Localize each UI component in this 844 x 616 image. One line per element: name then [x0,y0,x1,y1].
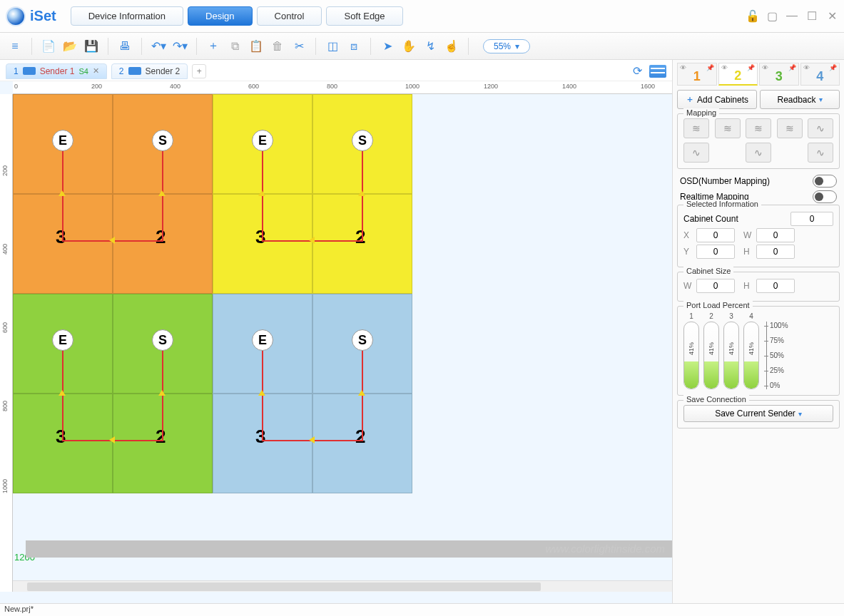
redo-icon[interactable]: ↷▾ [171,37,189,56]
screen-icon[interactable]: ▢ [766,9,778,23]
mapping-pattern-6[interactable]: ∿ [683,143,709,163]
h-value[interactable]: 0 [756,245,795,259]
cabinet-number: 3 [255,226,265,248]
toolbar: ≡ 📄 📂 💾 🖶 ↶▾ ↷▾ ＋ ⧉ 📋 🗑 ✂ ◫ ⧈ ➤ ✋ ↯ ☝ 55… [0,33,844,60]
close-tab-icon[interactable]: ✕ [93,66,99,76]
status-bar: New.prj* [0,603,844,616]
cabinet-number: 2 [355,226,365,248]
port-4[interactable]: 👁📌4 [800,63,840,86]
tab-soft-edge[interactable]: Soft Edge [326,6,402,26]
cs-h-value[interactable]: 0 [756,279,795,293]
horizontal-scrollbar[interactable] [13,580,672,592]
add-cabinets-button[interactable]: ＋Add Cabinets [677,90,757,109]
save-connection-group: Save Connection Save Current Sender▾ [677,400,840,428]
sender-tabs: 1 Sender 1 S4 ✕ 2 Sender 2 + ⟳ [0,60,672,81]
osd-toggle[interactable] [813,175,837,188]
design-canvas[interactable]: 0 200 400 600 800 1000 1200 1400 1600 20… [0,81,672,603]
watermark: www.colorlightinside.com [545,543,665,555]
port3-gauge: 41% [723,322,739,389]
delete-icon[interactable]: 🗑 [268,37,287,56]
x-value[interactable]: 0 [696,228,735,242]
menu-icon[interactable]: ≡ [6,37,24,56]
arrow-icon [358,190,365,196]
arrow-icon [258,390,265,396]
app-name: iSet [30,8,56,24]
sender-icon [128,67,141,75]
add-sender-tab[interactable]: + [192,64,206,78]
w-value[interactable]: 0 [756,228,795,242]
minimize-icon[interactable]: — [785,9,798,23]
zoom-dropdown[interactable]: 55%▾ [483,39,530,53]
arrow-icon [109,237,115,244]
arrow-icon [59,390,66,396]
arrow-icon [309,237,315,244]
mapping-pattern-1[interactable]: ≋ [683,118,709,138]
title-bar: iSet Device Information Design Control S… [0,0,844,33]
mapping-group: Mapping ≋ ≋ ≋ ≋ ∿ ∿ ∿ ∿ [677,113,840,169]
cabinet-size-group: Cabinet Size W0 H0 [677,272,840,302]
window-controls: 🔓 ▢ — ☐ ✕ [746,9,838,23]
start-marker: S [152,130,173,151]
port-1[interactable]: 👁📌1 [677,63,717,86]
port-3[interactable]: 👁📌3 [759,63,799,86]
cabinet-number: 3 [56,226,66,248]
osd-label: OSD(Number Mapping) [680,176,770,186]
open-file-icon[interactable]: 📂 [61,37,79,56]
app-logo: iSet [6,6,56,26]
add-icon[interactable]: ＋ [204,37,223,56]
tab-device-information[interactable]: Device Information [71,6,183,26]
pointer-icon[interactable]: ➤ [378,37,397,56]
group-icon[interactable]: ◫ [323,37,342,56]
click-icon[interactable]: ☝ [442,37,461,56]
mapping-pattern-5[interactable]: ∿ [808,118,833,138]
refresh-icon[interactable]: ⟳ [633,64,642,78]
mapping-pattern-7[interactable]: ∿ [746,143,771,163]
mapping-pattern-3[interactable]: ≋ [746,118,771,138]
mapping-pattern-8[interactable]: ∿ [808,143,833,163]
undo-icon[interactable]: ↶▾ [149,37,168,56]
hand-icon[interactable]: ✋ [400,37,418,56]
start-marker: S [352,329,373,351]
end-marker: E [52,329,73,351]
ungroup-icon[interactable]: ⧈ [345,37,363,56]
port4-gauge: 41% [743,322,759,389]
end-marker: E [252,130,273,151]
cabinet-number: 3 [255,426,265,448]
end-marker: E [252,329,273,351]
selected-info-group: Selected Information Cabinet Count0 X0 W… [677,205,840,267]
list-view-icon[interactable] [649,65,666,78]
realtime-toggle[interactable] [813,190,837,203]
vertical-ruler: 200 400 600 800 1000 [0,94,13,592]
unlock-icon[interactable]: 🔓 [746,9,758,23]
close-icon[interactable]: ✕ [825,9,838,23]
mapping-pattern-4[interactable]: ≋ [777,118,803,138]
y-value[interactable]: 0 [696,245,735,259]
end-marker: E [52,130,73,151]
unlink-icon[interactable]: ✂ [290,37,308,56]
main-tabs: Device Information Design Control Soft E… [71,6,403,26]
port2-gauge: 41% [703,322,719,389]
save-file-icon[interactable]: 💾 [82,37,101,56]
paste-icon[interactable]: 📋 [247,37,265,56]
horizontal-ruler: 0 200 400 600 800 1000 1200 1400 1600 [13,81,672,94]
start-marker: S [152,329,173,351]
sender-tab-1[interactable]: 1 Sender 1 S4 ✕ [6,63,107,79]
new-file-icon[interactable]: 📄 [39,37,58,56]
sender-tab-2[interactable]: 2 Sender 2 [111,63,188,79]
tab-design[interactable]: Design [188,6,252,26]
start-marker: S [352,130,373,151]
load-scale: 100%75%50%25%0% [766,322,788,389]
tab-control[interactable]: Control [257,6,322,26]
readback-button[interactable]: Readback▾ [760,90,840,109]
cabinet-grid[interactable] [13,94,412,493]
copy-icon[interactable]: ⧉ [225,37,244,56]
save-current-sender-button[interactable]: Save Current Sender▾ [683,405,833,422]
maximize-icon[interactable]: ☐ [805,9,818,23]
lasso-icon[interactable]: ↯ [421,37,439,56]
cabinet-number: 2 [355,426,365,448]
cs-w-value[interactable]: 0 [696,279,735,293]
port-2[interactable]: 👁📌2 [718,63,758,86]
mapping-pattern-2[interactable]: ≋ [715,118,741,138]
print-icon[interactable]: 🖶 [116,37,134,56]
sender-icon [23,67,36,75]
